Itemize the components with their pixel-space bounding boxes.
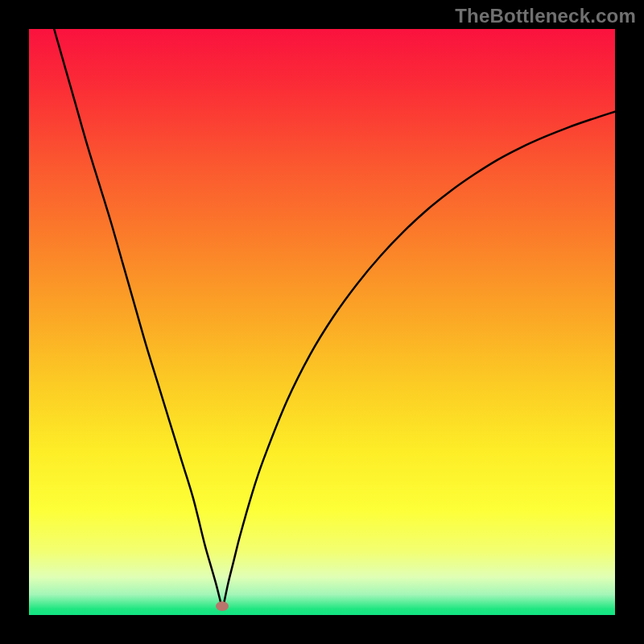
chart-container: TheBottleneck.com (0, 0, 644, 644)
optimal-point-marker (216, 601, 229, 611)
bottleneck-curve (29, 29, 615, 615)
plot-area (29, 29, 615, 615)
watermark-text: TheBottleneck.com (455, 5, 636, 27)
